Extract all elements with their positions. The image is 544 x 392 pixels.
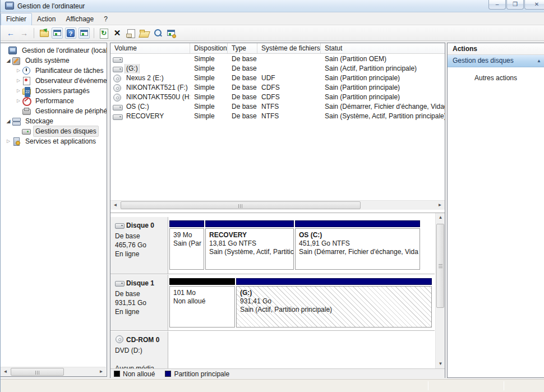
close-button[interactable]: ✕ xyxy=(524,0,544,10)
disk-info-line: De base xyxy=(115,289,164,298)
column-header-4[interactable]: Statut xyxy=(321,43,445,53)
console-tree-toggle-icon[interactable] xyxy=(52,27,63,39)
toolbar-separator xyxy=(94,28,94,38)
volume-row[interactable]: RECOVERYSimpleDe baseNTFSSain (Système, … xyxy=(110,112,445,121)
collapsed-expander-icon[interactable]: ▷ xyxy=(15,86,22,96)
volume-row[interactable]: NIKONTAKT521 (F:)SimpleDe baseCDFSSain (… xyxy=(110,83,445,93)
scrollbar-thumb[interactable] xyxy=(121,201,361,209)
menu-?[interactable]: ? xyxy=(99,13,113,25)
partition-body[interactable]: RECOVERY13,81 Go NTFSSain (Système, Acti… xyxy=(205,228,294,270)
actions-panel-title: Actions xyxy=(448,43,544,55)
properties-icon[interactable] xyxy=(125,27,136,39)
disk-label[interactable]: CD-ROM 0DVD (D:) Aucun média xyxy=(110,331,168,368)
expanded-expander-icon[interactable]: ◢ xyxy=(5,116,12,126)
disk-label[interactable]: Disque 0De base465,76 GoEn ligne xyxy=(110,217,168,274)
volume-row[interactable]: OS (C:)SimpleDe baseNTFSSain (Démarrer, … xyxy=(110,102,445,112)
mini-window-icon xyxy=(80,30,88,36)
menu-fichier[interactable]: Fichier xyxy=(1,13,32,26)
partition-block[interactable]: 101 MoNon alloué xyxy=(169,278,235,328)
cell-statut: Sain (Partition principale) xyxy=(321,73,445,83)
refresh-icon[interactable]: ↻ xyxy=(98,27,109,39)
scroll-left-arrow[interactable]: ◄ xyxy=(110,201,120,210)
disk-view-vertical-scrollbar[interactable]: ▲ ▼ xyxy=(435,213,445,368)
disk-name: CD-ROM 0 xyxy=(126,336,159,344)
partition-body[interactable]: (G:)931,41 GoSain (Actif, Partition prin… xyxy=(236,286,432,328)
tree-item-services[interactable]: ▷Services et applications xyxy=(1,136,107,146)
tree-item-disk-management[interactable]: Gestion des disques xyxy=(1,126,107,136)
collapse-arrow-icon[interactable]: ▲ xyxy=(537,58,541,63)
scroll-up-arrow[interactable]: ▲ xyxy=(436,213,445,223)
expanded-expander-icon[interactable]: ◢ xyxy=(5,56,12,66)
action-pane-toggle-icon[interactable] xyxy=(79,27,90,39)
partition-body[interactable]: OS (C:)451,91 Go NTFSSain (Démarrer, Fic… xyxy=(295,228,420,270)
disk-info-line: En ligne xyxy=(115,250,164,259)
tree-horizontal-scrollbar[interactable]: ◄ ► xyxy=(1,367,106,376)
column-header-3[interactable]: Système de fichiers xyxy=(257,43,321,53)
volume-list-header[interactable]: VolumeDispositionTypeSystème de fichiers… xyxy=(110,43,445,54)
cell-type: De base xyxy=(228,54,257,64)
app-icon xyxy=(5,2,14,10)
volume-row[interactable]: (G:)SimpleDe baseSain (Actif, Partition … xyxy=(110,64,445,73)
menu-action[interactable]: Action xyxy=(32,13,61,25)
column-header-0[interactable]: Volume xyxy=(110,43,190,53)
search-icon[interactable] xyxy=(152,27,163,39)
collapsed-expander-icon[interactable]: ▷ xyxy=(15,66,22,76)
disk-row-2: CD-ROM 0DVD (D:) Aucun média xyxy=(110,331,435,368)
cell-fs: CDFS xyxy=(257,83,321,93)
menu-affichage[interactable]: Affichage xyxy=(61,13,99,25)
delete-icon[interactable]: ✕ xyxy=(112,27,123,39)
tree-item-device-manager[interactable]: Gestionnaire de périphé xyxy=(1,106,107,116)
column-header-2[interactable]: Type xyxy=(228,43,257,53)
tree-item-storage[interactable]: ◢Stockage xyxy=(1,116,107,126)
tree-item-computer[interactable]: Gestion de l'ordinateur (local) xyxy=(1,45,107,56)
tree-item-system-tools[interactable]: ◢Outils système xyxy=(1,56,107,66)
open-folder-icon[interactable] xyxy=(139,27,150,39)
tree-item-shared-folders[interactable]: ▷Dossiers partagés xyxy=(1,86,107,96)
scrollbar-thumb[interactable] xyxy=(11,368,64,376)
disk-label[interactable]: Disque 1De base931,51 GoEn ligne xyxy=(110,275,168,330)
partition-block[interactable]: RECOVERY13,81 Go NTFSSain (Système, Acti… xyxy=(205,220,294,270)
maximize-button[interactable]: ❐ xyxy=(506,0,524,10)
scroll-right-arrow[interactable]: ► xyxy=(435,201,445,210)
forward-icon[interactable]: → xyxy=(19,27,30,39)
window-controls: –❐✕ xyxy=(488,0,544,10)
volume-row[interactable]: Nexus 2 (E:)SimpleDe baseUDFSain (Partit… xyxy=(110,73,445,83)
partition-block[interactable]: OS (C:)451,91 Go NTFSSain (Démarrer, Fic… xyxy=(295,220,420,270)
partition-block[interactable]: 39 MoSain (Par xyxy=(169,220,204,270)
column-header-1[interactable]: Disposition xyxy=(190,43,228,53)
collapsed-expander-icon[interactable]: ▷ xyxy=(15,96,22,106)
collapsed-expander-icon[interactable]: ▷ xyxy=(15,76,22,86)
scroll-down-arrow[interactable]: ▼ xyxy=(436,359,445,368)
volume-row[interactable]: SimpleDe baseSain (Partition OEM) xyxy=(110,54,445,64)
export-folder-icon[interactable] xyxy=(38,27,49,39)
manage-icon[interactable] xyxy=(165,27,177,39)
more-actions-item[interactable]: Autres actions xyxy=(448,67,544,82)
tree-item-label: Stockage xyxy=(23,116,56,127)
tree-item-task-scheduler[interactable]: ▷Planificateur de tâches xyxy=(1,66,107,76)
partition-type-bar xyxy=(236,278,432,285)
cell-type: De base xyxy=(228,112,257,121)
partition-type-bar xyxy=(169,220,204,227)
cell-fs xyxy=(257,54,321,64)
cell-fs: NTFS xyxy=(257,102,321,112)
actions-group-disk-management[interactable]: Gestion des disques ▲ xyxy=(448,55,544,67)
partition-body[interactable]: 101 MoNon alloué xyxy=(169,286,235,328)
partition-block[interactable]: (G:)931,41 GoSain (Actif, Partition prin… xyxy=(236,278,432,328)
cell-statut: Sain (Système, Actif, Partition principa… xyxy=(321,112,445,121)
scrollbar-thumb[interactable] xyxy=(436,224,444,308)
back-icon[interactable]: ← xyxy=(5,27,16,39)
collapsed-expander-icon[interactable]: ▷ xyxy=(5,136,12,146)
scroll-right-arrow[interactable]: ► xyxy=(96,367,106,377)
tree-item-performance[interactable]: ▷Performance xyxy=(1,96,107,106)
minimize-button[interactable]: – xyxy=(488,0,506,10)
volume-row[interactable]: NIKONTAKT550U (H:)SimpleDe baseCDFSSain … xyxy=(110,93,445,102)
scroll-left-arrow[interactable]: ◄ xyxy=(1,367,10,377)
disk-info-line xyxy=(115,355,164,364)
tree-item-event-viewer[interactable]: ▷Observateur d'événeme xyxy=(1,76,107,86)
title-bar[interactable]: Gestion de l'ordinateur –❐✕ xyxy=(1,0,544,12)
disk-name: Disque 1 xyxy=(126,279,154,287)
volume-list-horizontal-scrollbar[interactable]: ◄ ► xyxy=(110,200,445,210)
partition-body[interactable]: 39 MoSain (Par xyxy=(169,228,204,270)
disk-info-line: En ligne xyxy=(115,307,164,316)
help-icon[interactable]: ? xyxy=(65,27,76,39)
